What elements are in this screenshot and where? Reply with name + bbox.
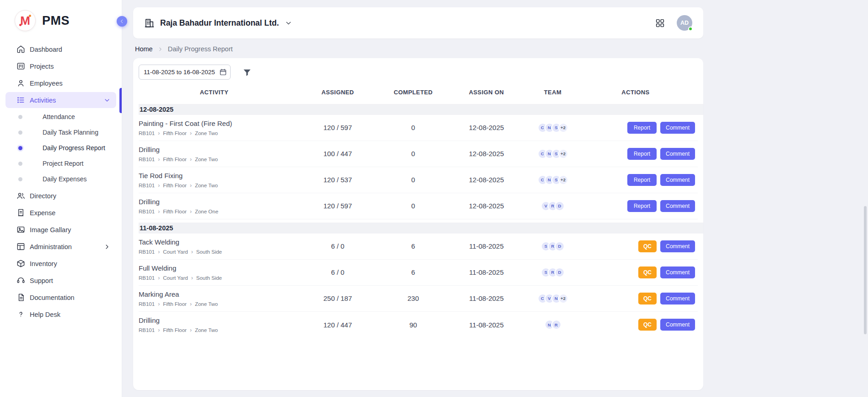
team-avatar[interactable]: D (555, 201, 565, 211)
sidebar-subitem-project-report[interactable]: Project Report (5, 156, 116, 171)
comment-button[interactable]: Comment (660, 122, 695, 134)
chevron-right-icon (157, 46, 163, 52)
completed-value: 0 (386, 124, 441, 131)
chevron-right-icon (158, 301, 160, 307)
assign-on-date: 12-08-2025 (441, 150, 532, 158)
activity-name[interactable]: Tack Welding (139, 238, 290, 246)
activity-location-path: RB101 Fifth Floor Zone Two (139, 183, 290, 188)
activity-name[interactable]: Tie Rod Fixing (139, 172, 290, 179)
chevron-right-icon (190, 183, 192, 188)
table-row: Painting - First Coat (Fire Red) RB101 F… (139, 115, 698, 141)
breadcrumb-current-page: Daily Progress Report (168, 45, 233, 53)
logo-dot (19, 24, 22, 26)
sidebar-item-employees[interactable]: Employees (5, 75, 116, 91)
team-avatar-group: C N S +2 (532, 175, 573, 185)
sidebar-collapse-button[interactable] (117, 16, 127, 27)
directory-icon (16, 191, 25, 200)
chevron-right-icon (158, 249, 160, 255)
date-range-input[interactable] (139, 65, 231, 80)
comment-button[interactable]: Comment (660, 148, 695, 160)
activity-location-path: RB101 Court Yard South Side (139, 249, 290, 255)
team-extra-count[interactable]: +2 (558, 294, 568, 304)
sidebar-item-dashboard[interactable]: Dashboard (5, 41, 116, 57)
bullet-icon (18, 177, 22, 181)
breadcrumb: Home Daily Progress Report (135, 45, 703, 53)
comment-button[interactable]: Comment (660, 266, 695, 278)
comment-button[interactable]: Comment (660, 240, 695, 252)
bullet-icon (18, 146, 22, 150)
administration-icon (16, 242, 25, 251)
chevron-right-icon (190, 209, 192, 214)
qc-button[interactable]: QC (638, 266, 657, 278)
sidebar-item-expense[interactable]: Expense (5, 205, 116, 221)
comment-button[interactable]: Comment (660, 293, 695, 305)
activity-name[interactable]: Drilling (139, 198, 290, 206)
chevron-right-icon (103, 243, 111, 250)
sidebar-menu: Dashboard Projects Employees Activities … (0, 41, 122, 322)
chevron-down-icon (285, 19, 292, 27)
chevron-right-icon (158, 183, 160, 188)
image-gallery-icon (16, 225, 25, 234)
activity-name[interactable]: Drilling (139, 316, 290, 324)
sidebar-subitem-attendance[interactable]: Attendance (5, 109, 116, 125)
scrollbar-thumb[interactable] (864, 206, 867, 334)
activity-name[interactable]: Drilling (139, 146, 290, 153)
sidebar-item-label: Image Gallary (30, 226, 111, 234)
sidebar-item-support[interactable]: Support (5, 272, 116, 288)
table-row: Full Welding RB101 Court Yard South Side… (139, 260, 698, 286)
report-button[interactable]: Report (627, 200, 657, 212)
comment-button[interactable]: Comment (660, 200, 695, 212)
sidebar-item-inventory[interactable]: Inventory (5, 256, 116, 272)
sidebar-item-label: Activities (30, 97, 99, 104)
team-extra-count[interactable]: +2 (558, 175, 568, 185)
sidebar-subitem-daily-expenses[interactable]: Daily Expenses (5, 171, 116, 187)
qc-button[interactable]: QC (638, 319, 657, 331)
sidebar-subitem-label: Attendance (43, 113, 75, 120)
team-extra-count[interactable]: +2 (558, 123, 568, 133)
activity-name[interactable]: Full Welding (139, 264, 290, 272)
table-row: Marking Area RB101 Fifth Floor Zone Two … (139, 286, 698, 312)
apps-grid-button[interactable] (655, 18, 665, 28)
breadcrumb-home-link[interactable]: Home (135, 45, 153, 53)
sidebar-item-administration[interactable]: Administration (5, 239, 116, 255)
filter-button[interactable] (243, 68, 252, 77)
assign-on-date: 11-08-2025 (441, 321, 532, 329)
team-avatar-group: N R (532, 320, 573, 330)
sidebar-subitem-label: Daily Task Planning (43, 129, 98, 136)
user-avatar[interactable]: AD (677, 15, 692, 31)
chevron-right-icon (158, 157, 160, 162)
qc-button[interactable]: QC (638, 240, 657, 252)
comment-button[interactable]: Comment (660, 174, 695, 186)
activity-location-path: RB101 Fifth Floor Zone One (139, 209, 290, 214)
sidebar-subitem-daily-task-planning[interactable]: Daily Task Planning (5, 125, 116, 140)
company-selector[interactable]: Raja Bahadur International Ltd. (144, 18, 292, 28)
online-status-dot (688, 27, 693, 31)
report-button[interactable]: Report (627, 122, 657, 134)
assign-on-date: 11-08-2025 (441, 242, 532, 250)
report-button[interactable]: Report (627, 174, 657, 186)
activity-name[interactable]: Marking Area (139, 290, 290, 298)
qc-button[interactable]: QC (638, 293, 657, 305)
comment-button[interactable]: Comment (660, 319, 695, 331)
sidebar-item-directory[interactable]: Directory (5, 188, 116, 204)
sidebar-item-label: Projects (30, 63, 111, 70)
sidebar-subitem-daily-progress-report[interactable]: Daily Progress Report (5, 140, 116, 156)
team-avatar[interactable]: R (551, 320, 561, 330)
assigned-value: 120 / 537 (290, 176, 386, 184)
column-header-assign-on: ASSIGN ON (441, 89, 532, 96)
activity-name[interactable]: Painting - First Coat (Fire Red) (139, 120, 290, 127)
activity-location-path: RB101 Fifth Floor Zone Two (139, 131, 290, 136)
team-avatar[interactable]: D (555, 241, 565, 251)
company-name: Raja Bahadur International Ltd. (160, 18, 279, 28)
chevron-right-icon (190, 301, 192, 307)
chevron-left-icon (119, 18, 125, 24)
team-avatar[interactable]: D (555, 267, 565, 277)
report-button[interactable]: Report (627, 148, 657, 160)
table-row: Tie Rod Fixing RB101 Fifth Floor Zone Tw… (139, 167, 698, 193)
sidebar-item-documentation[interactable]: Documentation (5, 289, 116, 305)
sidebar-item-projects[interactable]: Projects (5, 58, 116, 74)
sidebar-item-image-gallery[interactable]: Image Gallary (5, 222, 116, 238)
sidebar-item-activities[interactable]: Activities (5, 92, 116, 108)
team-extra-count[interactable]: +2 (558, 149, 568, 159)
sidebar-item-help-desk[interactable]: Help Desk (5, 306, 116, 322)
